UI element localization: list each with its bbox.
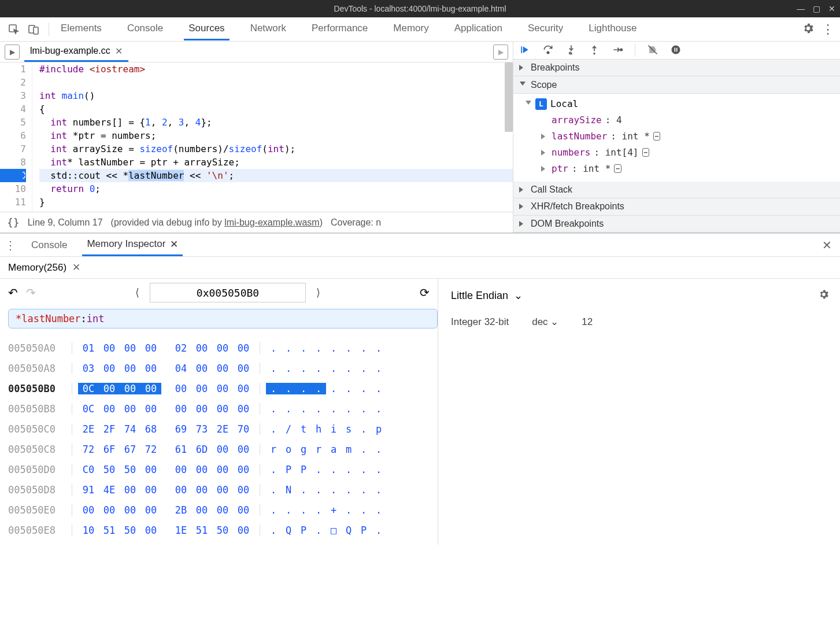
next-page-icon[interactable]: ⟩ bbox=[310, 284, 326, 301]
close-icon[interactable]: ✕ bbox=[170, 238, 178, 250]
debugger-toolbar bbox=[513, 42, 840, 60]
settings-icon[interactable] bbox=[818, 289, 830, 303]
close-tab-icon[interactable]: ✕ bbox=[115, 46, 123, 57]
scope-var[interactable]: arraySize: 4 bbox=[536, 112, 840, 128]
drawer-tab-memory-inspector[interactable]: Memory Inspector✕ bbox=[82, 234, 183, 256]
tab-application[interactable]: Application bbox=[450, 18, 507, 40]
chevron-down-icon: ⌄ bbox=[550, 316, 558, 327]
file-tab[interactable]: lmi-bug-example.cc ✕ bbox=[24, 42, 128, 62]
memory-address-input[interactable] bbox=[150, 283, 306, 302]
svg-rect-3 bbox=[521, 46, 522, 53]
chevron-down-icon: ⌄ bbox=[514, 289, 523, 302]
scrollbar-thumb[interactable] bbox=[505, 62, 513, 132]
prev-page-icon[interactable]: ⟨ bbox=[129, 284, 145, 301]
svg-point-6 bbox=[593, 53, 595, 54]
step-icon[interactable] bbox=[612, 44, 623, 57]
debug-info-source: (provided via debug info by lmi-bug-exam… bbox=[111, 217, 323, 228]
coverage-label: Coverage: n bbox=[331, 217, 381, 228]
redo-icon[interactable]: ↷ bbox=[26, 286, 36, 300]
xhr-breakpoints-section[interactable]: XHR/fetch Breakpoints bbox=[513, 198, 840, 215]
breakpoints-section[interactable]: Breakpoints bbox=[513, 60, 840, 76]
dom-breakpoints-section[interactable]: DOM Breakpoints bbox=[513, 216, 840, 232]
wasm-link[interactable]: lmi-bug-example.wasm bbox=[224, 217, 320, 227]
deactivate-breakpoints-icon[interactable] bbox=[647, 44, 658, 57]
value-type: Integer 32-bit bbox=[451, 316, 509, 328]
window-title: DevTools - localhost:4000/lmi-bug-exampl… bbox=[334, 4, 506, 13]
minimize-icon[interactable]: — bbox=[797, 4, 805, 13]
memory-icon[interactable]: ⋯ bbox=[614, 164, 621, 173]
highlight-chip[interactable]: *lastNumber: int bbox=[8, 309, 438, 328]
pause-exceptions-icon[interactable] bbox=[670, 44, 682, 57]
value-row: Integer 32-bit dec ⌄ 12 bbox=[451, 316, 827, 328]
svg-point-7 bbox=[620, 49, 622, 50]
tab-memory[interactable]: Memory bbox=[388, 18, 433, 40]
file-tabs: ▶ lmi-bug-example.cc ✕ ▶ bbox=[0, 42, 513, 62]
hex-viewer[interactable]: 005050A00100000002000000........005050A8… bbox=[0, 333, 438, 545]
memory-tabs: Memory(256) ✕ bbox=[0, 257, 840, 279]
refresh-icon[interactable]: ⟳ bbox=[420, 286, 430, 300]
memory-icon[interactable]: ⋯ bbox=[642, 148, 650, 157]
svg-point-5 bbox=[570, 53, 572, 54]
scope-var[interactable]: numbers: int[4] ⋯ bbox=[536, 145, 840, 161]
svg-point-4 bbox=[547, 51, 549, 53]
step-over-icon[interactable] bbox=[542, 44, 554, 57]
tab-security[interactable]: Security bbox=[523, 18, 568, 40]
panel-tabs: ElementsConsoleSourcesNetworkPerformance… bbox=[56, 18, 798, 40]
scope-section[interactable]: Scope bbox=[513, 76, 840, 93]
drawer-close-icon[interactable]: ✕ bbox=[822, 238, 832, 252]
maximize-icon[interactable]: ▢ bbox=[813, 4, 820, 13]
memory-icon[interactable]: ⋯ bbox=[653, 132, 661, 141]
file-tab-label: lmi-bug-example.cc bbox=[30, 46, 110, 56]
resume-icon[interactable] bbox=[519, 44, 531, 57]
more-icon[interactable]: ⋮ bbox=[822, 22, 834, 37]
pretty-print-icon[interactable]: ▶ bbox=[493, 45, 508, 60]
titlebar: DevTools - localhost:4000/lmi-bug-exampl… bbox=[0, 0, 840, 17]
tab-elements[interactable]: Elements bbox=[56, 18, 106, 40]
code-editor[interactable]: 123456789101112 #include <iostream>int m… bbox=[0, 62, 513, 212]
drawer-tab-console[interactable]: Console bbox=[27, 235, 72, 255]
device-icon[interactable] bbox=[25, 21, 42, 38]
callstack-section[interactable]: Call Stack bbox=[513, 182, 840, 198]
settings-icon[interactable] bbox=[802, 22, 815, 36]
step-into-icon[interactable] bbox=[565, 44, 577, 57]
scope-local[interactable]: LLocal bbox=[520, 96, 840, 112]
svg-point-8 bbox=[672, 45, 680, 54]
step-out-icon[interactable] bbox=[589, 44, 600, 57]
cursor-position: Line 9, Column 17 bbox=[28, 217, 103, 228]
scope-var[interactable]: lastNumber: int * ⋯ bbox=[536, 128, 840, 145]
value-display: 12 bbox=[582, 316, 593, 328]
tab-sources[interactable]: Sources bbox=[184, 18, 229, 40]
format-select[interactable]: dec ⌄ bbox=[532, 316, 558, 328]
status-bar: {} Line 9, Column 17 (provided via debug… bbox=[0, 212, 513, 232]
memory-toolbar: ↶ ↷ ⟨ ⟩ ⟳ bbox=[0, 279, 438, 307]
memory-tab[interactable]: Memory(256) bbox=[8, 262, 66, 274]
inspect-icon[interactable] bbox=[6, 21, 22, 38]
tab-performance[interactable]: Performance bbox=[307, 18, 372, 40]
svg-rect-2 bbox=[34, 27, 38, 34]
main-toolbar: ElementsConsoleSourcesNetworkPerformance… bbox=[0, 17, 840, 42]
scope-body: LLocal arraySize: 4lastNumber: int * ⋯nu… bbox=[513, 94, 840, 182]
drawer: ⋮ Console Memory Inspector✕ ✕ Memory(256… bbox=[0, 232, 840, 545]
tab-network[interactable]: Network bbox=[246, 18, 291, 40]
drawer-menu-icon[interactable]: ⋮ bbox=[5, 238, 16, 252]
tab-lighthouse[interactable]: Lighthouse bbox=[584, 18, 641, 40]
undo-icon[interactable]: ↶ bbox=[8, 286, 18, 300]
navigator-icon[interactable]: ▶ bbox=[5, 45, 20, 60]
svg-rect-10 bbox=[676, 47, 678, 51]
close-icon[interactable]: ✕ bbox=[828, 4, 835, 13]
endian-select[interactable]: Little Endian⌄ bbox=[451, 289, 827, 302]
tab-console[interactable]: Console bbox=[123, 18, 168, 40]
braces-icon[interactable]: {} bbox=[7, 216, 20, 228]
svg-rect-9 bbox=[675, 47, 676, 51]
scope-var[interactable]: ptr: int * ⋯ bbox=[536, 161, 840, 177]
close-icon[interactable]: ✕ bbox=[72, 261, 80, 274]
